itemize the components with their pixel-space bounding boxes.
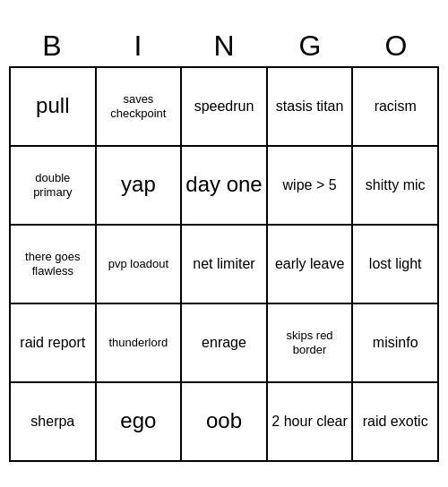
cell-text-24: raid exotic <box>363 413 428 430</box>
cell-text-20: sherpa <box>30 413 74 430</box>
cell-text-3: stasis titan <box>276 98 344 115</box>
cell-text-14: lost light <box>369 255 422 272</box>
cell-text-11: pvp loadout <box>108 257 168 271</box>
header-letter: N <box>181 26 267 66</box>
cell-text-12: net limiter <box>193 255 254 272</box>
cell-text-10: there goes flawless <box>14 250 91 278</box>
bingo-cell-6: yap <box>97 147 183 226</box>
cell-text-22: oob <box>206 408 242 434</box>
bingo-grid: pullsaves checkpointspeedrunstasis titan… <box>9 66 439 462</box>
cell-text-23: 2 hour clear <box>271 413 348 430</box>
bingo-cell-11: pvp loadout <box>97 226 183 304</box>
bingo-cell-1: saves checkpoint <box>97 68 183 147</box>
bingo-cell-10: there goes flawless <box>11 226 97 304</box>
bingo-cell-9: shitty mic <box>353 147 439 226</box>
header-letter: G <box>267 26 353 66</box>
bingo-cell-3: stasis titan <box>268 68 354 147</box>
bingo-cell-24: raid exotic <box>353 383 439 462</box>
cell-text-1: saves checkpoint <box>100 92 177 120</box>
bingo-cell-5: double primary <box>11 147 97 226</box>
cell-text-19: misinfo <box>373 334 418 351</box>
cell-text-13: early leave <box>275 255 344 272</box>
header-letter: O <box>353 26 439 66</box>
bingo-cell-17: enrage <box>182 304 268 383</box>
bingo-cell-8: wipe > 5 <box>268 147 354 226</box>
header-letter: B <box>9 26 95 66</box>
cell-text-18: skips red border <box>271 329 349 356</box>
bingo-cell-21: ego <box>97 383 183 462</box>
bingo-cell-14: lost light <box>353 226 439 304</box>
cell-text-4: racism <box>375 98 417 115</box>
bingo-cell-15: raid report <box>11 304 97 383</box>
cell-text-16: thunderlord <box>109 336 168 350</box>
cell-text-15: raid report <box>20 334 85 351</box>
bingo-card: BINGO pullsaves checkpointspeedrunstasis… <box>9 26 439 462</box>
bingo-cell-12: net limiter <box>182 226 268 304</box>
cell-text-5: double primary <box>14 171 91 199</box>
bingo-cell-4: racism <box>353 68 439 147</box>
cell-text-21: ego <box>120 408 156 434</box>
bingo-cell-19: misinfo <box>353 304 439 383</box>
bingo-cell-0: pull <box>11 68 97 147</box>
bingo-cell-18: skips red border <box>268 304 354 383</box>
cell-text-6: yap <box>121 172 156 198</box>
cell-text-7: day one <box>185 172 262 198</box>
bingo-cell-2: speedrun <box>182 68 268 147</box>
bingo-cell-23: 2 hour clear <box>268 383 354 462</box>
cell-text-0: pull <box>36 93 69 119</box>
bingo-cell-16: thunderlord <box>97 304 183 383</box>
bingo-cell-7: day one <box>182 147 268 226</box>
bingo-header: BINGO <box>9 26 439 66</box>
header-letter: I <box>95 26 181 66</box>
cell-text-2: speedrun <box>194 98 254 115</box>
cell-text-8: wipe > 5 <box>283 176 337 193</box>
bingo-cell-13: early leave <box>268 226 354 304</box>
cell-text-17: enrage <box>202 334 246 351</box>
bingo-cell-20: sherpa <box>11 383 97 462</box>
cell-text-9: shitty mic <box>366 176 426 193</box>
bingo-cell-22: oob <box>182 383 268 462</box>
